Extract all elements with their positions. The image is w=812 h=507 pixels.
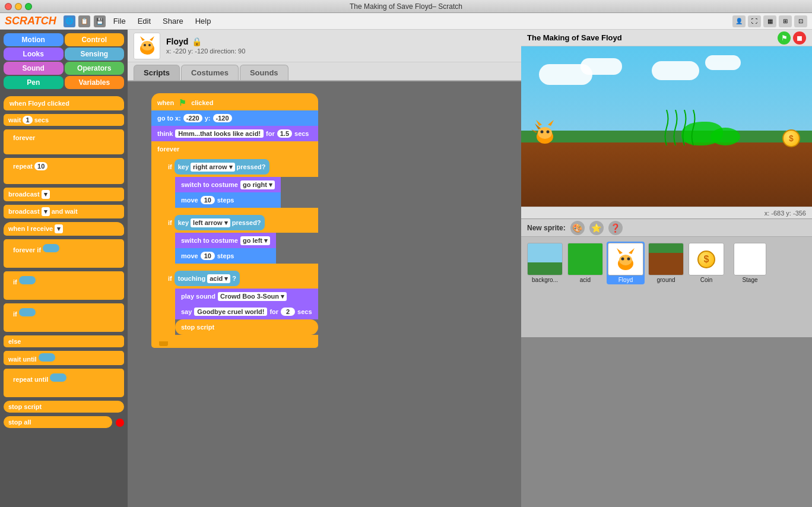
block-if-left-body: switch to costume go left ▾ move 10 step… [163,233,318,264]
block-forever-header[interactable]: forever [151,141,318,157]
lock-icon: 🔒 [192,37,202,46]
tab-bar: Scripts Costumes Sounds [128,62,521,81]
svg-point-15 [619,255,632,265]
svg-point-7 [538,127,552,139]
block-go-to[interactable]: go to x: -220 y: -120 [151,110,318,126]
stage-label: Stage [742,277,757,283]
tab-scripts[interactable]: Scripts [134,65,180,80]
globe-icon[interactable]: 🌐 [64,15,75,27]
tab-costumes[interactable]: Costumes [181,65,239,80]
new-sprite-label: New sprite: [527,224,566,232]
palette-block-forever[interactable]: forever [4,129,124,154]
category-control[interactable]: Control [65,33,125,46]
upload-sprite-button[interactable]: ⭐ [589,221,604,235]
script-canvas[interactable]: when ⚑ clicked go to x: -220 y: -120 thi… [128,81,521,507]
palette-block-broadcast[interactable]: broadcast ▾ [4,188,124,201]
menu-share[interactable]: Share [158,15,188,27]
fullscreen-icon[interactable]: ⛶ [748,15,761,27]
palette-block-broadcast-wait[interactable]: broadcast ▾ and wait [4,205,124,218]
block-if-right-header[interactable]: if key right arrow ▾ pressed? [163,157,318,177]
maximize-button[interactable] [25,3,32,10]
surprise-sprite-button[interactable]: ❓ [608,221,623,235]
sprite-item-ground[interactable]: ground [647,242,685,284]
palette-block-if-1[interactable]: if [4,271,124,300]
svg-marker-9 [548,120,554,126]
sprite-thumb-acid [567,243,603,275]
sprite-name: Floyd [166,37,188,46]
palette-block-wait-until[interactable]: wait until [4,351,124,365]
block-move-right[interactable]: move 10 steps [175,192,281,208]
sprite-label-backgro: backgro... [532,277,558,283]
block-when-flag-clicked[interactable]: when ⚑ clicked [151,93,318,110]
sprite-item-coin[interactable]: $ Coin [687,242,725,284]
palette-block-repeat[interactable]: repeat 10 [4,158,124,184]
menu-file[interactable]: File [109,15,131,27]
right-panel: The Making of Save Floyd ⚑ ◼ [521,30,812,507]
svg-marker-16 [617,248,623,254]
palette-block-forever-if[interactable]: forever if [4,239,124,268]
minimize-button[interactable] [15,3,22,10]
block-if-left-header[interactable]: if key left arrow ▾ pressed? [163,213,318,233]
menu-help[interactable]: Help [191,15,216,27]
floyd-on-stage [530,118,560,147]
block-play-sound[interactable]: play sound Crowd Boo 3-Soun ▾ [175,289,318,304]
block-switch-right[interactable]: switch to costume go right ▾ [175,177,281,192]
palette-block-if-2[interactable]: if [4,303,124,332]
svg-point-10 [540,131,543,134]
category-operators[interactable]: Operators [65,62,125,75]
block-switch-left[interactable]: switch to costume go left ▾ [175,233,276,248]
block-if-acid-body: play sound Crowd Boo 3-Soun ▾ say Goodby… [163,289,318,335]
window-controls[interactable] [5,3,32,10]
close-button[interactable] [5,3,12,10]
svg-point-1 [141,41,153,50]
menu-edit[interactable]: Edit [133,15,156,27]
category-sound[interactable]: Sound [4,62,64,75]
sprite-thumb-coin: $ [689,243,724,275]
category-motion[interactable]: Motion [4,33,64,46]
paint-sprite-button[interactable]: 🎨 [570,221,585,235]
svg-point-4 [144,44,146,46]
block-think[interactable]: think Hmm...that looks like acid! for 1.… [151,126,318,141]
user-icon[interactable]: 👤 [732,15,746,27]
block-if-acid-header[interactable]: if touching acid ▾ ? [163,268,318,289]
menu-bar: SCRATCH 🌐 📋 💾 File Edit Share Help 👤 ⛶ ▦… [0,13,812,30]
category-pen[interactable]: Pen [4,76,64,89]
sprite-item-floyd[interactable]: Floyd [607,242,645,284]
palette-block-wait[interactable]: wait 1 secs [4,114,124,126]
palette-block-stop-all[interactable]: stop all [4,416,112,428]
sprite-thumb-ground [648,243,684,275]
palette-block-stop-all-wrap[interactable]: stop all [4,416,124,429]
menu-icon-1[interactable]: 📋 [78,15,90,27]
block-say[interactable]: say Goodbye cruel world! for 2 secs [175,304,318,319]
palette-block-repeat-until[interactable]: repeat until [4,369,124,397]
sprite-label-acid: acid [580,277,591,283]
sprite-grid: backgro... acid [521,237,812,289]
green-flag-button[interactable]: ⚑ [778,31,791,45]
palette-block-when-clicked[interactable]: when Floyd clicked [4,96,124,110]
palette-block-stop-script[interactable]: stop script [4,401,124,413]
layout-icon-1[interactable]: ▦ [763,15,776,27]
category-sensing[interactable]: Sensing [65,47,125,61]
if-left-inner: switch to costume go left ▾ move 10 step… [175,233,276,264]
menu-icon-2[interactable]: 💾 [94,15,106,27]
category-looks[interactable]: Looks [4,47,64,61]
category-variables[interactable]: Variables [65,76,125,89]
sprite-panel: New sprite: 🎨 ⭐ ❓ backgro... acid [521,218,812,337]
stage-item[interactable]: Stage [732,242,767,284]
block-stop-script[interactable]: stop script [175,319,318,335]
block-forever-wrap: forever if key right arrow ▾ pressed? [151,141,318,348]
tab-sounds[interactable]: Sounds [240,65,288,80]
layout-icon-3[interactable]: ⊡ [794,15,807,27]
sprite-item-backgro[interactable]: backgro... [526,242,564,284]
block-move-left[interactable]: move 10 steps [175,248,276,264]
layout-icon-2[interactable]: ⊞ [779,15,792,27]
sprite-item-acid[interactable]: acid [566,242,604,284]
svg-point-5 [148,44,151,46]
palette-block-else[interactable]: else [4,335,124,347]
left-panel: Motion Control Looks Sensing Sound Opera… [0,30,128,507]
scratch-logo: SCRATCH [5,15,56,27]
palette-block-when-receive[interactable]: when I receive ▾ [4,222,124,236]
stage-title: The Making of Save Floyd [527,33,622,42]
stop-button[interactable]: ◼ [793,31,806,45]
sprite-panel-header: New sprite: 🎨 ⭐ ❓ [521,219,812,237]
